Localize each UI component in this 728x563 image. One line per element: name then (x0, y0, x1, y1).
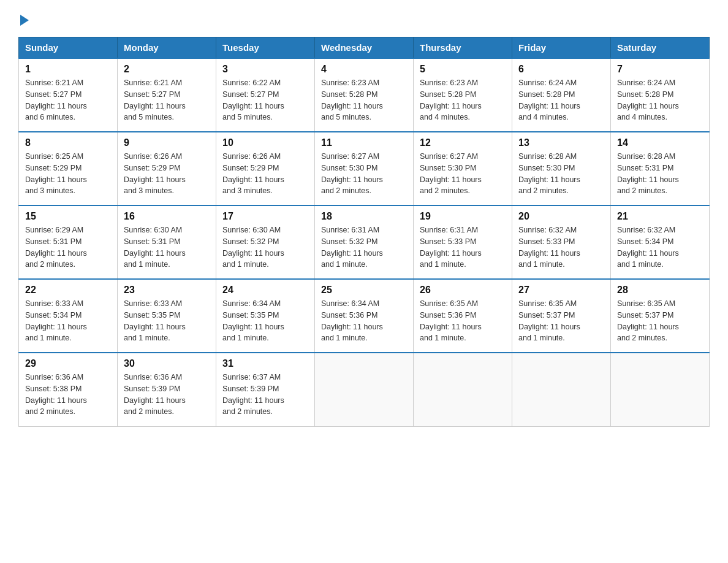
day-number: 30 (124, 358, 210, 369)
week-row-2: 8 Sunrise: 6:25 AM Sunset: 5:29 PM Dayli… (19, 132, 710, 205)
logo-arrow-icon (20, 15, 29, 26)
calendar-cell: 9 Sunrise: 6:26 AM Sunset: 5:29 PM Dayli… (118, 132, 216, 205)
day-info: Sunrise: 6:34 AM Sunset: 5:35 PM Dayligh… (222, 298, 308, 344)
day-info: Sunrise: 6:32 AM Sunset: 5:34 PM Dayligh… (617, 224, 703, 270)
calendar-cell: 13 Sunrise: 6:28 AM Sunset: 5:30 PM Dayl… (512, 132, 611, 205)
day-number: 16 (124, 211, 210, 222)
day-info: Sunrise: 6:32 AM Sunset: 5:33 PM Dayligh… (518, 224, 604, 270)
day-number: 18 (321, 211, 407, 222)
day-info: Sunrise: 6:33 AM Sunset: 5:34 PM Dayligh… (25, 298, 111, 344)
header-tuesday: Tuesday (216, 37, 315, 59)
calendar-cell: 6 Sunrise: 6:24 AM Sunset: 5:28 PM Dayli… (512, 58, 611, 132)
calendar-cell: 12 Sunrise: 6:27 AM Sunset: 5:30 PM Dayl… (414, 132, 512, 205)
day-info: Sunrise: 6:35 AM Sunset: 5:37 PM Dayligh… (518, 298, 604, 344)
day-info: Sunrise: 6:22 AM Sunset: 5:27 PM Dayligh… (222, 77, 308, 123)
calendar-cell: 7 Sunrise: 6:24 AM Sunset: 5:28 PM Dayli… (611, 58, 710, 132)
calendar-cell (414, 353, 512, 426)
day-info: Sunrise: 6:30 AM Sunset: 5:32 PM Dayligh… (222, 224, 308, 270)
calendar-cell: 30 Sunrise: 6:36 AM Sunset: 5:39 PM Dayl… (118, 353, 216, 426)
calendar-cell: 19 Sunrise: 6:31 AM Sunset: 5:33 PM Dayl… (414, 205, 512, 279)
calendar-cell: 27 Sunrise: 6:35 AM Sunset: 5:37 PM Dayl… (512, 279, 611, 353)
calendar-cell: 22 Sunrise: 6:33 AM Sunset: 5:34 PM Dayl… (19, 279, 118, 353)
day-number: 1 (25, 64, 111, 75)
day-info: Sunrise: 6:24 AM Sunset: 5:28 PM Dayligh… (617, 77, 703, 123)
header-wednesday: Wednesday (315, 37, 414, 59)
day-info: Sunrise: 6:35 AM Sunset: 5:37 PM Dayligh… (617, 298, 703, 344)
day-number: 9 (124, 137, 210, 148)
day-number: 23 (124, 285, 210, 296)
day-info: Sunrise: 6:25 AM Sunset: 5:29 PM Dayligh… (25, 151, 111, 197)
calendar-cell: 17 Sunrise: 6:30 AM Sunset: 5:32 PM Dayl… (216, 205, 315, 279)
day-info: Sunrise: 6:33 AM Sunset: 5:35 PM Dayligh… (124, 298, 210, 344)
day-number: 7 (617, 64, 703, 75)
day-number: 14 (617, 137, 703, 148)
calendar-cell (611, 353, 710, 426)
day-number: 15 (25, 211, 111, 222)
day-info: Sunrise: 6:36 AM Sunset: 5:39 PM Dayligh… (124, 372, 210, 418)
day-info: Sunrise: 6:21 AM Sunset: 5:27 PM Dayligh… (124, 77, 210, 123)
day-number: 11 (321, 137, 407, 148)
calendar-cell: 23 Sunrise: 6:33 AM Sunset: 5:35 PM Dayl… (118, 279, 216, 353)
page-header (18, 12, 710, 27)
day-info: Sunrise: 6:35 AM Sunset: 5:36 PM Dayligh… (420, 298, 506, 344)
calendar-cell (512, 353, 611, 426)
calendar-cell: 28 Sunrise: 6:35 AM Sunset: 5:37 PM Dayl… (611, 279, 710, 353)
calendar-cell: 14 Sunrise: 6:28 AM Sunset: 5:31 PM Dayl… (611, 132, 710, 205)
day-number: 8 (25, 137, 111, 148)
day-info: Sunrise: 6:36 AM Sunset: 5:38 PM Dayligh… (25, 372, 111, 418)
day-info: Sunrise: 6:30 AM Sunset: 5:31 PM Dayligh… (124, 224, 210, 270)
header-monday: Monday (118, 37, 216, 59)
day-number: 28 (617, 285, 703, 296)
day-number: 12 (420, 137, 506, 148)
day-number: 17 (222, 211, 308, 222)
day-number: 24 (222, 285, 308, 296)
day-number: 31 (222, 358, 308, 369)
week-row-5: 29 Sunrise: 6:36 AM Sunset: 5:38 PM Dayl… (19, 353, 710, 426)
day-info: Sunrise: 6:23 AM Sunset: 5:28 PM Dayligh… (321, 77, 407, 123)
calendar-cell: 29 Sunrise: 6:36 AM Sunset: 5:38 PM Dayl… (19, 353, 118, 426)
calendar-cell: 16 Sunrise: 6:30 AM Sunset: 5:31 PM Dayl… (118, 205, 216, 279)
day-info: Sunrise: 6:28 AM Sunset: 5:30 PM Dayligh… (518, 151, 604, 197)
day-info: Sunrise: 6:24 AM Sunset: 5:28 PM Dayligh… (518, 77, 604, 123)
day-info: Sunrise: 6:34 AM Sunset: 5:36 PM Dayligh… (321, 298, 407, 344)
day-info: Sunrise: 6:31 AM Sunset: 5:32 PM Dayligh… (321, 224, 407, 270)
day-number: 25 (321, 285, 407, 296)
day-info: Sunrise: 6:27 AM Sunset: 5:30 PM Dayligh… (420, 151, 506, 197)
calendar-cell: 21 Sunrise: 6:32 AM Sunset: 5:34 PM Dayl… (611, 205, 710, 279)
calendar-cell: 1 Sunrise: 6:21 AM Sunset: 5:27 PM Dayli… (19, 58, 118, 132)
calendar-cell: 4 Sunrise: 6:23 AM Sunset: 5:28 PM Dayli… (315, 58, 414, 132)
header-row: SundayMondayTuesdayWednesdayThursdayFrid… (19, 37, 710, 59)
calendar-cell: 3 Sunrise: 6:22 AM Sunset: 5:27 PM Dayli… (216, 58, 315, 132)
header-sunday: Sunday (19, 37, 118, 59)
calendar-cell: 5 Sunrise: 6:23 AM Sunset: 5:28 PM Dayli… (414, 58, 512, 132)
day-info: Sunrise: 6:21 AM Sunset: 5:27 PM Dayligh… (25, 77, 111, 123)
day-number: 4 (321, 64, 407, 75)
header-thursday: Thursday (414, 37, 512, 59)
calendar-cell: 26 Sunrise: 6:35 AM Sunset: 5:36 PM Dayl… (414, 279, 512, 353)
day-number: 26 (420, 285, 506, 296)
header-saturday: Saturday (611, 37, 710, 59)
day-info: Sunrise: 6:31 AM Sunset: 5:33 PM Dayligh… (420, 224, 506, 270)
header-friday: Friday (512, 37, 611, 59)
calendar-cell: 31 Sunrise: 6:37 AM Sunset: 5:39 PM Dayl… (216, 353, 315, 426)
day-number: 21 (617, 211, 703, 222)
calendar-cell (315, 353, 414, 426)
calendar-cell: 8 Sunrise: 6:25 AM Sunset: 5:29 PM Dayli… (19, 132, 118, 205)
day-number: 5 (420, 64, 506, 75)
day-number: 6 (518, 64, 604, 75)
day-info: Sunrise: 6:28 AM Sunset: 5:31 PM Dayligh… (617, 151, 703, 197)
calendar-cell: 10 Sunrise: 6:26 AM Sunset: 5:29 PM Dayl… (216, 132, 315, 205)
day-number: 22 (25, 285, 111, 296)
day-number: 13 (518, 137, 604, 148)
calendar-table: SundayMondayTuesdayWednesdayThursdayFrid… (18, 37, 710, 427)
day-number: 19 (420, 211, 506, 222)
calendar-cell: 18 Sunrise: 6:31 AM Sunset: 5:32 PM Dayl… (315, 205, 414, 279)
day-info: Sunrise: 6:26 AM Sunset: 5:29 PM Dayligh… (124, 151, 210, 197)
logo (18, 12, 29, 27)
calendar-cell: 11 Sunrise: 6:27 AM Sunset: 5:30 PM Dayl… (315, 132, 414, 205)
day-info: Sunrise: 6:37 AM Sunset: 5:39 PM Dayligh… (222, 372, 308, 418)
day-number: 10 (222, 137, 308, 148)
day-info: Sunrise: 6:23 AM Sunset: 5:28 PM Dayligh… (420, 77, 506, 123)
day-number: 29 (25, 358, 111, 369)
week-row-4: 22 Sunrise: 6:33 AM Sunset: 5:34 PM Dayl… (19, 279, 710, 353)
